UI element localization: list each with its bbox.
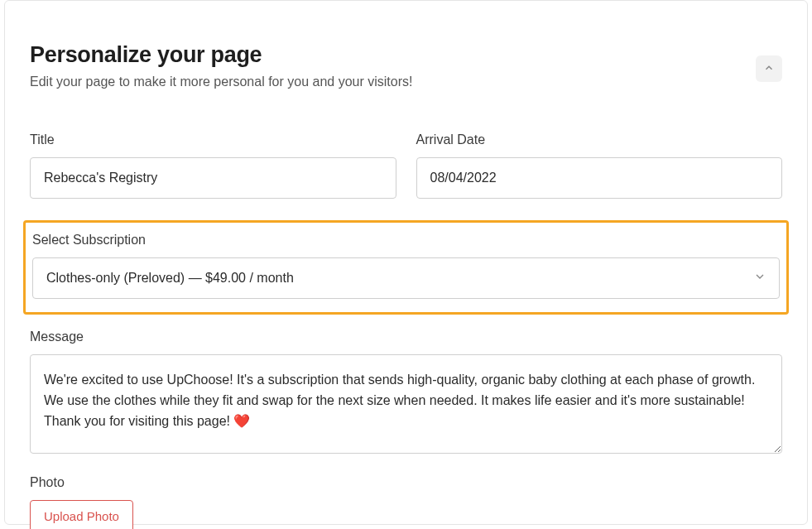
title-input[interactable] [30, 157, 396, 199]
subscription-highlight: Select Subscription Clothes-only (Prelov… [23, 220, 789, 315]
group-message: Message [30, 329, 782, 454]
arrival-date-input[interactable] [416, 157, 783, 199]
section-title: Personalize your page [30, 42, 782, 68]
message-label: Message [30, 329, 782, 344]
title-label: Title [30, 132, 396, 147]
collapse-button[interactable] [756, 55, 782, 82]
group-subscription: Select Subscription Clothes-only (Prelov… [32, 233, 780, 299]
group-title: Title [30, 132, 396, 199]
group-arrival-date: Arrival Date [416, 132, 783, 199]
personalize-card: Personalize your page Edit your page to … [4, 0, 808, 525]
photo-label: Photo [30, 475, 782, 490]
subscription-label: Select Subscription [32, 233, 780, 248]
subscription-select[interactable]: Clothes-only (Preloved) — $49.00 / month [32, 257, 780, 299]
subscription-selected-value: Clothes-only (Preloved) — $49.00 / month [46, 271, 294, 286]
subscription-select-wrap: Clothes-only (Preloved) — $49.00 / month [32, 257, 780, 299]
message-textarea[interactable] [30, 354, 782, 454]
group-photo: Photo Upload Photo [30, 475, 782, 529]
arrival-date-label: Arrival Date [416, 132, 783, 147]
row-title-date: Title Arrival Date [30, 132, 782, 199]
chevron-up-icon [763, 62, 775, 76]
upload-photo-button[interactable]: Upload Photo [30, 500, 133, 529]
section-subtitle: Edit your page to make it more personal … [30, 75, 782, 89]
